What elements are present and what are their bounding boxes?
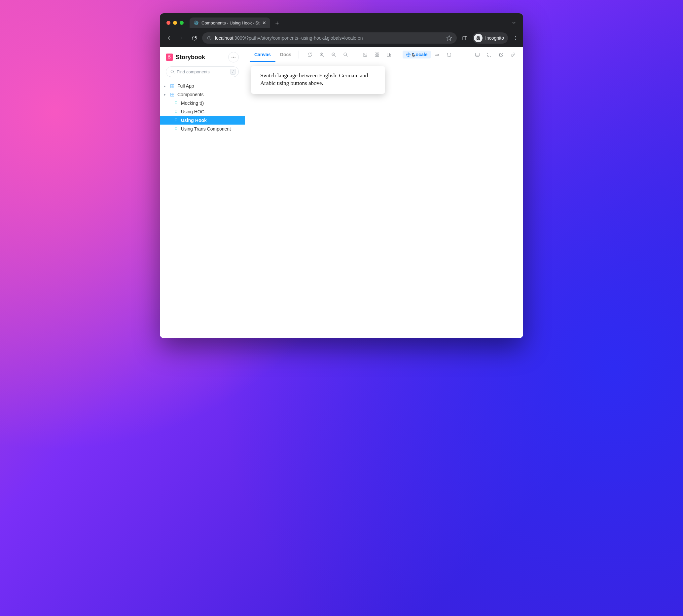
- image-icon: [363, 52, 368, 57]
- nav-tree: ▸ Full App ▾ Components Mocking t(): [160, 82, 245, 133]
- star-icon[interactable]: [446, 35, 452, 41]
- svg-rect-40: [375, 52, 376, 54]
- story-content-card: Switch language between English, German,…: [251, 66, 385, 94]
- react-favicon-icon: [193, 20, 199, 25]
- grid-button[interactable]: [371, 49, 383, 60]
- svg-marker-7: [447, 36, 452, 41]
- browser-tab[interactable]: Components - Using Hook · St ✕: [189, 18, 270, 28]
- tabbar-overflow[interactable]: [511, 20, 520, 25]
- svg-point-10: [477, 38, 478, 40]
- back-button[interactable]: [164, 34, 174, 43]
- toolbar-icon-group-locale: Locale: [403, 47, 454, 62]
- outline-icon: [447, 52, 452, 57]
- addons-panel-button[interactable]: [472, 49, 483, 60]
- svg-point-13: [515, 36, 516, 37]
- tree-story-using-hoc[interactable]: Using HOC: [160, 107, 245, 116]
- incognito-avatar-icon: [474, 34, 482, 42]
- svg-rect-28: [173, 95, 174, 96]
- maximize-window-button[interactable]: [180, 21, 184, 25]
- storybook-toolbar: Canvas Docs: [245, 47, 523, 62]
- zoom-out-button[interactable]: [328, 49, 339, 60]
- view-tabs: Canvas Docs: [250, 47, 296, 62]
- tab-canvas[interactable]: Canvas: [250, 47, 275, 62]
- forward-button[interactable]: [177, 34, 186, 43]
- minimize-window-button[interactable]: [173, 21, 177, 25]
- close-tab-button[interactable]: ✕: [262, 21, 266, 25]
- viewport-button[interactable]: [383, 49, 394, 60]
- profile-chip[interactable]: Incognito: [473, 32, 508, 44]
- zoom-in-button[interactable]: [316, 49, 327, 60]
- component-icon: [170, 92, 175, 97]
- panel-icon: [462, 35, 468, 41]
- reload-button[interactable]: [189, 34, 199, 43]
- tree-story-using-trans[interactable]: Using Trans Component: [160, 125, 245, 133]
- tree-story-mocking-t[interactable]: Mocking t(): [160, 99, 245, 107]
- arrow-left-icon: [166, 35, 172, 41]
- svg-line-20: [173, 72, 174, 73]
- svg-point-16: [231, 57, 232, 58]
- browser-window: Components - Using Hook · St ✕ ＋ localho…: [160, 13, 523, 338]
- svg-point-18: [234, 57, 235, 58]
- story-content-text: Switch language between English, German,…: [260, 72, 368, 86]
- sidebar-menu-button[interactable]: [228, 52, 239, 63]
- tab-docs[interactable]: Docs: [275, 47, 296, 62]
- svg-rect-24: [173, 86, 174, 88]
- arrow-right-icon: [179, 35, 185, 41]
- svg-rect-27: [171, 95, 172, 96]
- svg-rect-45: [389, 54, 391, 56]
- storybook-brand-name: Storybook: [176, 54, 205, 61]
- story-bookmark-icon: [174, 109, 178, 114]
- new-tab-button[interactable]: ＋: [273, 19, 281, 27]
- svg-rect-23: [171, 86, 172, 88]
- storybook-sidebar: S Storybook Find components / ▸ Fu: [160, 47, 245, 338]
- viewport-icon: [386, 52, 391, 57]
- zoom-out-icon: [331, 52, 336, 57]
- panel-bottom-icon: [475, 52, 480, 57]
- fullscreen-icon: [487, 52, 492, 57]
- svg-rect-43: [377, 55, 379, 56]
- fullscreen-button[interactable]: [483, 49, 495, 60]
- locale-tool-button[interactable]: Locale: [403, 50, 431, 59]
- open-isolated-button[interactable]: [495, 49, 507, 60]
- outline-button[interactable]: [443, 49, 454, 60]
- link-icon: [510, 52, 516, 57]
- browser-menu-button[interactable]: [511, 35, 520, 41]
- background-button[interactable]: [359, 49, 370, 60]
- preview-canvas: Switch language between English, German,…: [245, 62, 523, 338]
- copy-link-button[interactable]: [507, 49, 519, 60]
- toolbar-separator: [299, 50, 299, 59]
- tree-story-using-hook[interactable]: Using Hook: [160, 116, 245, 125]
- zoom-reset-icon: [343, 52, 348, 57]
- side-panel-button[interactable]: [460, 34, 469, 43]
- story-bookmark-icon: [174, 127, 178, 131]
- url-text: localhost:9009/?path=/story/components--…: [215, 35, 363, 41]
- component-icon: [170, 84, 175, 89]
- close-window-button[interactable]: [166, 21, 170, 25]
- reload-icon: [191, 35, 197, 41]
- svg-point-17: [233, 57, 234, 58]
- browser-tabbar: Components - Using Hook · St ✕ ＋: [160, 13, 523, 30]
- search-input[interactable]: Find components /: [166, 66, 239, 77]
- svg-point-15: [515, 39, 516, 40]
- tree-group-full-app[interactable]: ▸ Full App: [160, 82, 245, 90]
- remount-button[interactable]: [304, 49, 315, 60]
- toolbar-icon-group-right: [472, 47, 519, 62]
- menu-dots-icon: [513, 35, 518, 41]
- svg-point-11: [479, 38, 480, 40]
- tree-group-components[interactable]: ▾ Components: [160, 90, 245, 99]
- toolbar-separator: [354, 50, 354, 59]
- chevron-down-icon: [511, 20, 517, 25]
- svg-rect-26: [173, 93, 174, 94]
- address-bar[interactable]: localhost:9009/?path=/story/components--…: [202, 32, 457, 44]
- svg-point-39: [364, 54, 365, 55]
- measure-button[interactable]: [431, 49, 442, 60]
- tree-story-label: Using Trans Component: [181, 126, 231, 132]
- sync-icon: [308, 52, 313, 57]
- svg-point-0: [196, 22, 197, 23]
- storybook-logo[interactable]: S Storybook: [166, 53, 205, 61]
- svg-rect-42: [375, 55, 376, 56]
- svg-rect-21: [171, 84, 172, 86]
- toolbar-icon-group-1: [304, 47, 351, 62]
- zoom-reset-button[interactable]: [340, 49, 351, 60]
- story-bookmark-icon: [174, 118, 178, 123]
